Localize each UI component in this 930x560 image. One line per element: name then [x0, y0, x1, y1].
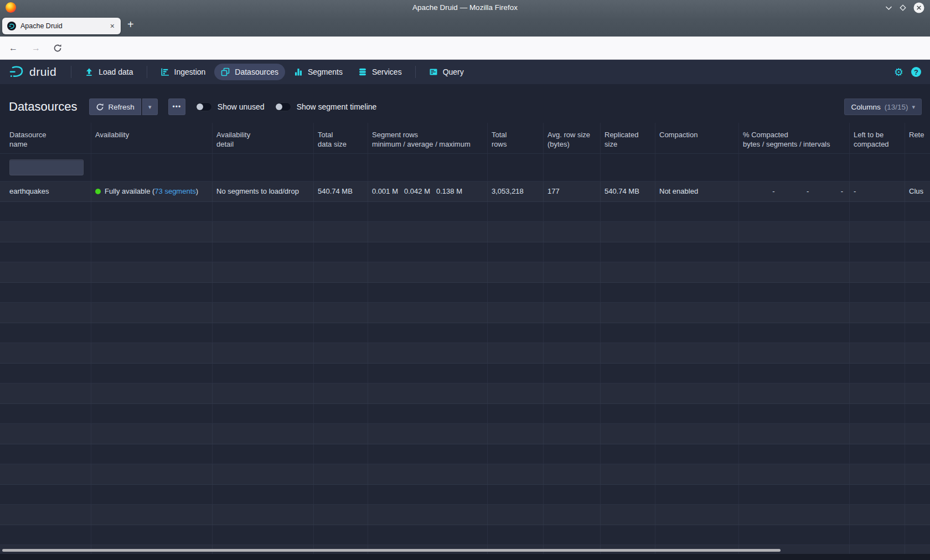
- table-row-empty: [0, 525, 930, 546]
- nav-item-services[interactable]: Services: [352, 64, 409, 80]
- columns-button[interactable]: Columns (13/15) ▾: [844, 98, 922, 115]
- col-header-compaction[interactable]: Compaction: [655, 123, 739, 153]
- more-actions-button[interactable]: •••: [168, 98, 185, 115]
- col-header-datasource-name[interactable]: Datasourcename: [0, 123, 91, 153]
- table-row-empty: [0, 303, 930, 323]
- table-body: earthquakes Fully available (73 segments…: [0, 182, 930, 554]
- table-row-empty: [0, 323, 930, 344]
- settings-gear-icon[interactable]: ⚙: [894, 67, 903, 77]
- toggle-knob: [197, 103, 203, 110]
- firefox-logo-icon: [6, 2, 16, 13]
- fully-available-dot-icon: [95, 189, 101, 194]
- druid-brand-text: druid: [29, 65, 56, 79]
- col-header-retention[interactable]: Rete: [905, 123, 930, 153]
- cell-datasource-name[interactable]: earthquakes: [0, 182, 91, 201]
- table-row-empty: [0, 222, 930, 242]
- services-icon: [358, 68, 367, 76]
- nav-item-label: Query: [443, 68, 464, 76]
- table-row-empty: [0, 485, 930, 505]
- nav-item-label: Datasources: [235, 68, 278, 76]
- col-header-segment-rows[interactable]: Segment rowsminimum / average / maximum: [368, 123, 488, 153]
- table-row-empty: [0, 283, 930, 303]
- druid-favicon-icon: [7, 22, 16, 30]
- druid-logo[interactable]: druid: [9, 65, 56, 79]
- chevron-down-icon: ▾: [912, 103, 915, 111]
- nav-item-datasources[interactable]: Datasources: [214, 64, 285, 80]
- datasources-icon: [221, 68, 230, 76]
- show-unused-label: Show unused: [218, 102, 265, 111]
- segments-count-link[interactable]: 73 segments: [154, 187, 195, 195]
- nav-divider: [71, 66, 71, 78]
- col-header-avg-row-size[interactable]: Avg. row size(bytes): [544, 123, 601, 153]
- cell-availability-detail: No segments to load/drop: [213, 182, 314, 201]
- table-row-empty: [0, 444, 930, 465]
- table-header-row: Datasourcename Availability Availability…: [0, 123, 930, 154]
- columns-count: (13/15): [885, 103, 908, 111]
- refresh-label: Refresh: [108, 103, 135, 111]
- load-data-icon: [85, 68, 94, 76]
- show-segment-timeline-toggle[interactable]: [275, 102, 291, 111]
- reload-icon[interactable]: [53, 44, 62, 53]
- page-header: Datasources Refresh ▾ ••• Show unused Sh…: [0, 84, 930, 123]
- col-header-availability-detail[interactable]: Availabilitydetail: [213, 123, 314, 153]
- col-header-pct-compacted[interactable]: % Compactedbytes / segments / intervals: [739, 123, 850, 153]
- table-row-earthquakes[interactable]: earthquakes Fully available (73 segments…: [0, 182, 930, 202]
- nav-item-load-data[interactable]: Load data: [78, 64, 140, 80]
- table-row-empty: [0, 424, 930, 444]
- table-row-empty: [0, 505, 930, 525]
- col-header-availability[interactable]: Availability: [91, 123, 213, 153]
- cell-left-to-be-compacted: -: [850, 182, 905, 201]
- cell-replicated-size: 540.74 MB: [601, 182, 655, 201]
- new-tab-button[interactable]: +: [127, 18, 134, 31]
- table-row-empty: [0, 343, 930, 364]
- cell-availability: Fully available (73 segments): [91, 182, 213, 201]
- cell-total-rows: 3,053,218: [488, 182, 544, 201]
- col-header-replicated-size[interactable]: Replicatedsize: [601, 123, 655, 153]
- maximize-icon[interactable]: [899, 4, 907, 12]
- screen: Apache Druid — Mozilla Firefox Apache Dr…: [0, 0, 930, 560]
- close-window-icon[interactable]: [913, 2, 924, 13]
- nav-item-segments[interactable]: Segments: [287, 64, 349, 80]
- cell-avg-row-size: 177: [544, 182, 601, 201]
- table-row-empty: [0, 242, 930, 263]
- datasource-filter-input[interactable]: [9, 159, 84, 175]
- browser-tab[interactable]: Apache Druid ×: [2, 18, 121, 34]
- minimize-icon[interactable]: [885, 6, 892, 11]
- page-title: Datasources: [9, 100, 78, 114]
- refresh-dropdown-button[interactable]: ▾: [142, 98, 158, 115]
- col-header-total-data-size[interactable]: Totaldata size: [314, 123, 368, 153]
- cell-total-data-size: 540.74 MB: [314, 182, 368, 201]
- table-row-empty: [0, 383, 930, 404]
- cell-segment-rows: 0.001 M 0.042 M 0.138 M: [368, 182, 488, 201]
- tab-close-icon[interactable]: ×: [109, 22, 116, 30]
- refresh-button[interactable]: Refresh: [89, 98, 141, 115]
- ingestion-icon: [161, 68, 169, 76]
- col-header-total-rows[interactable]: Totalrows: [488, 123, 544, 153]
- nav-item-label: Segments: [308, 68, 343, 76]
- cell-pct-compacted: - - -: [739, 182, 850, 201]
- datasources-table: Datasourcename Availability Availability…: [0, 123, 930, 554]
- show-unused-toggle[interactable]: [195, 102, 212, 111]
- table-row-empty: [0, 202, 930, 222]
- show-segment-timeline-label: Show segment timeline: [297, 102, 377, 111]
- toggle-knob: [276, 103, 282, 110]
- table-row-empty: [0, 262, 930, 283]
- nav-item-label: Ingestion: [174, 68, 206, 76]
- cell-retention: Clus: [905, 182, 930, 201]
- segments-icon: [294, 68, 303, 76]
- table-row-empty: [0, 464, 930, 485]
- druid-console: druid Load data Ingestion Datasources Se…: [0, 60, 930, 560]
- query-icon: [429, 68, 438, 76]
- druid-navbar: druid Load data Ingestion Datasources Se…: [0, 60, 930, 84]
- nav-item-ingestion[interactable]: Ingestion: [154, 64, 213, 80]
- forward-icon[interactable]: →: [30, 43, 42, 53]
- col-header-left-to-be-compacted[interactable]: Left to becompacted: [850, 123, 905, 153]
- cell-compaction: Not enabled: [655, 182, 739, 201]
- horizontal-scrollbar[interactable]: [2, 549, 781, 552]
- table-row-empty: [0, 404, 930, 424]
- nav-item-label: Services: [372, 68, 402, 76]
- back-icon[interactable]: ←: [8, 43, 19, 53]
- nav-item-query[interactable]: Query: [422, 64, 471, 80]
- help-icon[interactable]: ?: [911, 67, 921, 77]
- bottom-strip: [0, 554, 930, 560]
